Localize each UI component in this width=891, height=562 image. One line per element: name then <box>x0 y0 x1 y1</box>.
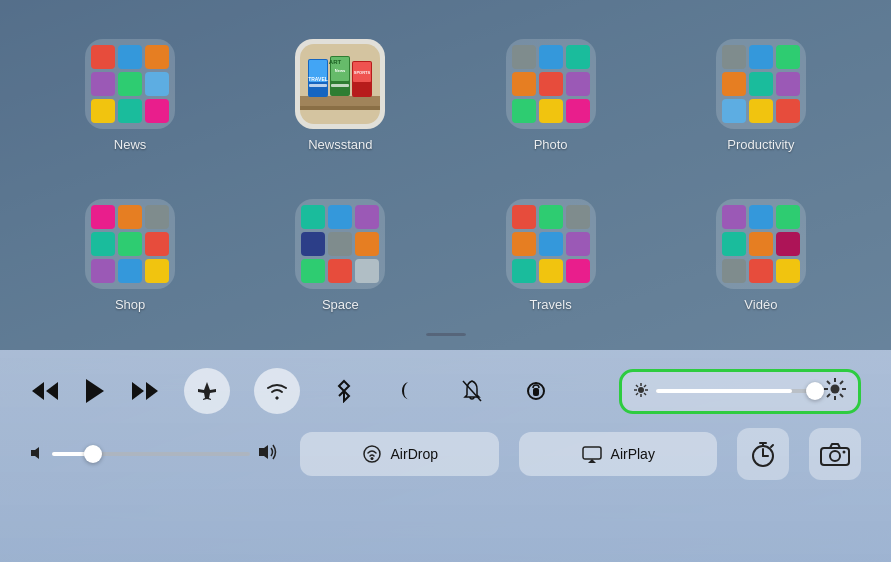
airplay-icon <box>581 445 603 463</box>
app-icon <box>722 232 746 256</box>
app-icon <box>539 99 563 123</box>
folder-travels[interactable]: Travels <box>506 199 596 312</box>
svg-marker-17 <box>86 379 104 403</box>
volume-track[interactable] <box>52 452 250 456</box>
brightness-track[interactable] <box>656 389 816 393</box>
do-not-disturb-button[interactable] <box>388 371 428 411</box>
bluetooth-button[interactable] <box>324 371 364 411</box>
bluetooth-icon <box>336 379 352 403</box>
brightness-low-icon <box>634 383 648 400</box>
timer-icon <box>749 440 777 468</box>
app-icon <box>301 259 325 283</box>
app-icon <box>301 205 325 229</box>
app-icon <box>539 205 563 229</box>
folder-productivity[interactable]: Productivity <box>716 39 806 152</box>
app-icon <box>145 205 169 229</box>
volume-slider-container[interactable] <box>30 443 280 466</box>
wifi-icon <box>266 382 288 400</box>
sun-large-icon <box>824 378 846 400</box>
svg-rect-5 <box>309 84 327 87</box>
app-icon <box>355 232 379 256</box>
folder-box-news <box>85 39 175 129</box>
folder-space[interactable]: Space <box>295 199 385 312</box>
svg-line-29 <box>636 385 638 387</box>
svg-marker-43 <box>259 445 268 459</box>
svg-point-33 <box>831 384 840 393</box>
mute-button[interactable] <box>452 371 492 411</box>
folder-news[interactable]: News <box>85 39 175 152</box>
app-icon <box>539 72 563 96</box>
svg-marker-42 <box>31 447 39 459</box>
svg-line-38 <box>827 381 830 384</box>
play-icon <box>84 378 106 404</box>
svg-text:SPORTS: SPORTS <box>354 70 371 75</box>
brightness-slider-container[interactable] <box>619 369 861 414</box>
folder-label-space: Space <box>322 297 359 312</box>
brightness-thumb[interactable] <box>806 382 824 400</box>
app-icon <box>539 259 563 283</box>
newsstand-svg: TRAVEL News SPORTS ART <box>300 44 380 124</box>
app-icon <box>512 45 536 69</box>
play-button[interactable] <box>84 378 106 404</box>
wifi-button[interactable] <box>254 368 300 414</box>
app-icon <box>776 99 800 123</box>
folder-video[interactable]: Vidéo <box>716 199 806 312</box>
volume-thumb[interactable] <box>84 445 102 463</box>
svg-line-39 <box>840 394 843 397</box>
folder-newsstand[interactable]: TRAVEL News SPORTS ART Newsstand <box>295 39 385 152</box>
app-icon <box>355 205 379 229</box>
app-icon <box>512 72 536 96</box>
svg-line-41 <box>827 394 830 397</box>
handle-bar <box>426 333 466 336</box>
app-icon <box>749 232 773 256</box>
svg-text:News: News <box>335 68 346 73</box>
svg-rect-10 <box>331 84 349 87</box>
svg-point-56 <box>843 451 846 454</box>
timer-button[interactable] <box>737 428 789 480</box>
sun-small-icon <box>634 383 648 397</box>
volume-off-icon <box>30 446 44 460</box>
app-icon <box>722 99 746 123</box>
airplay-button[interactable]: AirPlay <box>519 432 718 476</box>
airplay-label: AirPlay <box>611 446 655 462</box>
svg-text:TRAVEL: TRAVEL <box>309 76 329 82</box>
app-icon <box>749 259 773 283</box>
app-icon <box>722 205 746 229</box>
folder-box-productivity <box>716 39 806 129</box>
fast-forward-button[interactable] <box>130 380 160 402</box>
folder-label-productivity: Productivity <box>727 137 794 152</box>
folder-photo[interactable]: Photo <box>506 39 596 152</box>
app-icon <box>328 259 352 283</box>
app-icon <box>91 259 115 283</box>
app-icon <box>539 45 563 69</box>
app-icon <box>145 259 169 283</box>
app-icon <box>118 259 142 283</box>
app-icon <box>91 232 115 256</box>
camera-button[interactable] <box>809 428 861 480</box>
app-icon <box>512 232 536 256</box>
folder-box-travels <box>506 199 596 289</box>
svg-rect-46 <box>583 447 601 459</box>
airdrop-button[interactable]: AirDrop <box>300 432 499 476</box>
app-icon <box>91 205 115 229</box>
folder-box-shop <box>85 199 175 289</box>
control-center-handle[interactable] <box>426 332 466 342</box>
folder-shop[interactable]: Shop <box>85 199 175 312</box>
app-icon <box>722 259 746 283</box>
volume-full-icon <box>258 443 280 461</box>
folder-box-video <box>716 199 806 289</box>
app-icon <box>91 99 115 123</box>
svg-text:ART: ART <box>329 59 342 65</box>
app-icon <box>118 205 142 229</box>
app-icon <box>328 205 352 229</box>
app-icon <box>749 99 773 123</box>
svg-line-31 <box>644 385 646 387</box>
app-icon <box>566 72 590 96</box>
rotation-lock-button[interactable] <box>516 371 556 411</box>
svg-marker-18 <box>132 382 144 400</box>
app-icon <box>566 232 590 256</box>
rewind-button[interactable] <box>30 380 60 402</box>
airplane-mode-button[interactable] <box>184 368 230 414</box>
rotation-lock-icon <box>525 380 547 402</box>
app-icon <box>566 99 590 123</box>
